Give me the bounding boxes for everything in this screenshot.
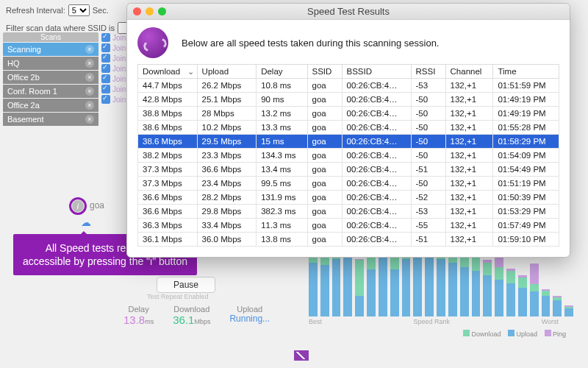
pause-button[interactable]: Pause — [157, 277, 215, 293]
chart-bar — [553, 296, 562, 316]
table-row[interactable]: 36.3 Mbps33.4 Mbps11.3 msgoa00:26:CB:4…-… — [138, 219, 559, 233]
upload-metric: Upload Running... — [229, 305, 270, 326]
join-link[interactable]: Join — [112, 96, 126, 104]
cell-download: 42.8 Mbps — [138, 93, 198, 107]
table-row[interactable]: 37.3 Mbps23.4 Mbps99.5 msgoa00:26:CB:4…-… — [138, 177, 559, 191]
checkbox-icon[interactable] — [101, 54, 110, 63]
cell-upload: 26.2 Mbps — [197, 79, 257, 93]
scan-item[interactable]: Office 2b× — [3, 71, 98, 84]
table-row[interactable]: 36.1 Mbps36.0 Mbps13.8 msgoa00:26:CB:4…-… — [138, 233, 559, 247]
table-row[interactable]: 36.6 Mbps29.8 Mbps382.3 msgoa00:26:CB:4…… — [138, 205, 559, 219]
cell-ssid: goa — [307, 79, 342, 93]
close-icon[interactable]: × — [85, 87, 94, 96]
scan-item[interactable]: Basement× — [3, 113, 98, 126]
join-link[interactable]: Join — [112, 44, 126, 52]
cell-download: 36.6 Mbps — [138, 205, 198, 219]
table-row[interactable]: 38.6 Mbps10.2 Mbps13.3 msgoa00:26:CB:4…-… — [138, 121, 559, 135]
cell-time: 01:58:29 PM — [493, 135, 559, 149]
cell-rssi: -50 — [411, 177, 445, 191]
cell-rssi: -50 — [411, 93, 445, 107]
column-header[interactable]: Channel — [445, 65, 493, 79]
cell-ssid: goa — [307, 205, 342, 219]
column-header[interactable]: Upload — [197, 65, 257, 79]
join-link[interactable]: Join — [112, 54, 126, 63]
table-row[interactable]: 38.8 Mbps28 Mbps13.2 msgoa00:26:CB:4…-50… — [138, 107, 559, 121]
metric-value: 36.1 — [173, 314, 194, 326]
info-button-highlight: i — [69, 197, 87, 215]
scan-item[interactable]: Conf. Room 1× — [3, 85, 98, 98]
close-icon[interactable]: × — [85, 59, 94, 68]
cell-bssid: 00:26:CB:4… — [342, 219, 411, 233]
cell-download: 36.3 Mbps — [138, 219, 198, 233]
chart-mode-icon[interactable] — [294, 350, 309, 361]
column-header[interactable]: Time — [493, 65, 559, 79]
test-repeat-label: Test Repeat Enabled — [147, 293, 209, 300]
column-header[interactable]: Delay — [257, 65, 307, 79]
cell-upload: 23.4 Mbps — [197, 177, 257, 191]
table-row[interactable]: 42.8 Mbps25.1 Mbps90 msgoa00:26:CB:4…-50… — [138, 93, 559, 107]
column-header[interactable]: Download — [138, 65, 198, 79]
cell-download: 38.6 Mbps — [138, 121, 198, 135]
cell-time: 01:51:59 PM — [493, 79, 559, 93]
metric-value: 13.8 — [123, 314, 145, 326]
cell-bssid: 00:26:CB:4… — [342, 191, 411, 205]
table-row[interactable]: 37.3 Mbps36.6 Mbps13.4 msgoa00:26:CB:4…-… — [138, 163, 559, 177]
checkbox-icon[interactable] — [101, 85, 110, 93]
column-header[interactable]: RSSI — [411, 65, 445, 79]
checkbox-icon[interactable] — [101, 33, 110, 42]
cell-channel: 132,+1 — [445, 121, 493, 135]
chart-legend: Download Upload Ping — [294, 327, 573, 341]
join-link[interactable]: Join — [112, 65, 126, 73]
cell-ssid: goa — [307, 233, 342, 247]
cell-ssid: goa — [307, 163, 342, 177]
cell-ssid: goa — [307, 107, 342, 121]
close-icon[interactable]: × — [85, 45, 94, 54]
join-link[interactable]: Join — [112, 85, 126, 93]
refresh-select[interactable]: 5 — [68, 4, 90, 16]
table-row[interactable]: 38.6 Mbps29.5 Mbps15 msgoa00:26:CB:4…-50… — [138, 135, 559, 149]
cell-ssid: goa — [307, 121, 342, 135]
cell-delay: 382.3 ms — [257, 205, 307, 219]
cell-channel: 132,+1 — [445, 135, 493, 149]
table-row[interactable]: 36.6 Mbps28.2 Mbps131.9 msgoa00:26:CB:4…… — [138, 191, 559, 205]
cell-download: 38.6 Mbps — [138, 135, 198, 149]
cell-bssid: 00:26:CB:4… — [342, 205, 411, 219]
cell-ssid: goa — [307, 135, 342, 149]
scan-item[interactable]: HQ× — [3, 57, 98, 70]
table-row[interactable]: 38.2 Mbps23.3 Mbps134.3 msgoa00:26:CB:4…… — [138, 149, 559, 163]
close-icon[interactable]: × — [85, 115, 94, 124]
cell-upload: 28 Mbps — [197, 107, 257, 121]
cell-time: 01:49:19 PM — [493, 107, 559, 121]
cell-bssid: 00:26:CB:4… — [342, 135, 411, 149]
checkbox-icon[interactable] — [101, 95, 110, 104]
cell-rssi: -51 — [411, 233, 445, 247]
cell-upload: 28.2 Mbps — [197, 191, 257, 205]
checkbox-icon[interactable] — [101, 74, 110, 83]
sec-label: Sec. — [93, 6, 109, 15]
cell-download: 36.1 Mbps — [138, 233, 198, 247]
join-link[interactable]: Join — [112, 34, 126, 42]
cell-delay: 10.8 ms — [257, 79, 307, 93]
cell-upload: 10.2 Mbps — [197, 121, 257, 135]
intro-text: Below are all speed tests taken during t… — [182, 38, 439, 49]
checkbox-icon[interactable] — [101, 64, 110, 73]
info-icon[interactable]: i — [72, 200, 84, 212]
join-link[interactable]: Join — [112, 75, 126, 83]
close-icon[interactable]: × — [85, 101, 94, 110]
cell-bssid: 00:26:CB:4… — [342, 177, 411, 191]
column-header[interactable]: BSSID — [342, 65, 411, 79]
scan-item[interactable]: Scanning× — [3, 43, 98, 56]
cell-channel: 132,+1 — [445, 233, 493, 247]
cell-time: 01:57:49 PM — [493, 219, 559, 233]
cell-rssi: -50 — [411, 107, 445, 121]
cell-channel: 132,+1 — [445, 205, 493, 219]
table-row[interactable]: 44.7 Mbps26.2 Mbps10.8 msgoa00:26:CB:4…-… — [138, 79, 559, 93]
column-header[interactable]: SSID — [307, 65, 342, 79]
cell-channel: 132,+1 — [445, 219, 493, 233]
checkbox-icon[interactable] — [101, 43, 110, 52]
results-table[interactable]: DownloadUploadDelaySSIDBSSIDRSSIChannelT… — [137, 64, 559, 247]
scan-item[interactable]: Office 2a× — [3, 99, 98, 112]
titlebar[interactable]: Speed Test Results — [127, 4, 570, 20]
cell-channel: 132,+1 — [445, 79, 493, 93]
close-icon[interactable]: × — [85, 73, 94, 82]
